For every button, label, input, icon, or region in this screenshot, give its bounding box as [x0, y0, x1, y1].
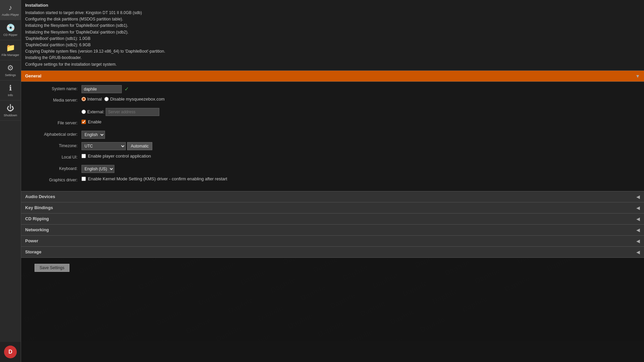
networking-section-header[interactable]: Networking ◀	[21, 225, 644, 236]
media-server-control: Internal Disable mysqueezebox.com	[82, 97, 637, 102]
info-icon: ℹ	[9, 84, 12, 93]
media-server-internal-radio[interactable]	[82, 97, 86, 101]
sidebar-item-shutdown-label: Shutdown	[4, 114, 17, 117]
graphics-driver-label: Graphics driver:	[28, 176, 82, 182]
file-server-control: Enable	[82, 119, 637, 124]
power-arrow: ◀	[636, 238, 640, 244]
local-ui-checkbox-option[interactable]: Enable player control application	[82, 154, 151, 159]
log-line-5: 'DaphileData'-partition (sdb2): 6.9GB	[25, 42, 640, 48]
timezone-control: UTC America/New_York Europe/London Autom…	[82, 142, 637, 150]
media-server-disable-label: Disable mysqueezebox.com	[110, 97, 165, 102]
audio-devices-arrow: ◀	[636, 194, 640, 199]
installation-section: Installation Installation started to tar…	[21, 0, 644, 71]
media-server-disable-radio[interactable]	[104, 97, 109, 101]
power-title: Power	[25, 238, 38, 243]
file-server-row: File server: Enable	[28, 119, 637, 128]
graphics-driver-row: Graphics driver: Enable Kernel Mode Sett…	[28, 176, 637, 185]
sidebar-item-file-manager[interactable]: 📁 File Manager	[0, 40, 21, 60]
daphile-logo: D	[4, 346, 17, 358]
save-button-container: Save Settings	[21, 258, 644, 278]
sidebar: ♪ Audio Player 💿 CD Ripper 📁 File Manage…	[0, 0, 21, 362]
general-section-arrow: ▼	[635, 73, 640, 79]
system-name-control: ✓	[82, 85, 637, 93]
cd-ripping-arrow: ◀	[636, 216, 640, 222]
automatic-button[interactable]: Automatic	[127, 142, 152, 150]
media-server-radio-group: Internal Disable mysqueezebox.com	[82, 97, 165, 102]
general-form: System name: ✓ Media server: Internal	[21, 82, 644, 191]
sidebar-item-cd-ripper-label: CD Ripper	[3, 33, 17, 37]
log-line-0: Installation started to target drive: Ki…	[25, 10, 640, 16]
storage-section-header[interactable]: Storage ◀	[21, 247, 644, 258]
log-line-8: Configure settings for the installation …	[25, 61, 640, 68]
sidebar-item-settings[interactable]: ⚙ Settings	[0, 60, 21, 80]
general-section-title: General	[25, 73, 41, 78]
file-server-checkbox[interactable]	[82, 120, 86, 124]
installation-title: Installation	[25, 3, 640, 8]
settings-area: General ▼ System name: ✓ Media server:	[21, 71, 644, 362]
keyboard-row: Keyboard: English (US) English (UK) Germ…	[28, 165, 637, 174]
timezone-row: Timezone: UTC America/New_York Europe/Lo…	[28, 142, 637, 151]
audio-devices-section-header[interactable]: Audio Devices ◀	[21, 191, 644, 202]
system-name-row: System name: ✓	[28, 85, 637, 94]
graphics-driver-control: Enable Kernel Mode Setting (KMS) driver …	[82, 176, 637, 181]
general-section-header[interactable]: General ▼	[21, 71, 644, 82]
key-bindings-section-header[interactable]: Key Bindings ◀	[21, 202, 644, 214]
sidebar-item-file-manager-label: File Manager	[2, 53, 19, 57]
local-ui-control: Enable player control application	[82, 154, 637, 159]
file-server-checkbox-option[interactable]: Enable	[82, 119, 101, 124]
timezone-select[interactable]: UTC America/New_York Europe/London	[82, 142, 126, 150]
external-server-control: External:	[82, 108, 637, 116]
sidebar-logo: D	[0, 342, 21, 362]
external-server-row: External:	[28, 108, 637, 117]
shutdown-icon: ⏻	[7, 104, 14, 113]
alphabetical-order-row: Alphabetical order: English Default	[28, 131, 637, 139]
sidebar-item-cd-ripper[interactable]: 💿 CD Ripper	[0, 20, 21, 40]
alphabetical-order-select[interactable]: English Default	[82, 131, 105, 139]
external-server-input[interactable]	[106, 108, 159, 116]
timezone-label: Timezone:	[28, 142, 82, 148]
sidebar-item-settings-label: Settings	[5, 73, 16, 77]
main-content: Installation Installation started to tar…	[21, 0, 644, 362]
networking-arrow: ◀	[636, 227, 640, 233]
media-server-disable-option[interactable]: Disable mysqueezebox.com	[104, 97, 165, 102]
system-name-valid-icon: ✓	[124, 86, 129, 92]
audio-devices-title: Audio Devices	[25, 194, 55, 199]
power-section-header[interactable]: Power ◀	[21, 236, 644, 247]
system-name-input[interactable]	[82, 85, 122, 93]
media-server-row: Media server: Internal Disable mysqueeze…	[28, 97, 637, 105]
keyboard-label: Keyboard:	[28, 165, 82, 171]
graphics-driver-checkbox-option[interactable]: Enable Kernel Mode Setting (KMS) driver …	[82, 176, 227, 181]
media-server-label: Media server:	[28, 97, 82, 103]
file-manager-icon: 📁	[6, 44, 15, 52]
log-line-7: Installing the GRUB-bootloader.	[25, 55, 640, 61]
cd-ripping-section-header[interactable]: CD Ripping ◀	[21, 214, 644, 225]
media-server-internal-option[interactable]: Internal	[82, 97, 102, 102]
graphics-driver-checkbox[interactable]	[82, 177, 86, 181]
log-line-6: Copying Daphile system files (version 19…	[25, 48, 640, 55]
local-ui-row: Local UI: Enable player control applicat…	[28, 154, 637, 162]
file-server-checkbox-label: Enable	[88, 119, 101, 124]
graphics-driver-checkbox-label: Enable Kernel Mode Setting (KMS) driver …	[88, 176, 227, 181]
sidebar-item-audio-player[interactable]: ♪ Audio Player	[0, 0, 21, 20]
storage-arrow: ◀	[636, 249, 640, 255]
sidebar-item-shutdown[interactable]: ⏻ Shutdown	[0, 101, 21, 121]
cd-ripping-title: CD Ripping	[25, 216, 49, 221]
keyboard-select[interactable]: English (US) English (UK) German	[82, 165, 114, 173]
sidebar-item-info[interactable]: ℹ Info	[0, 80, 21, 101]
media-server-external-radio[interactable]	[82, 110, 86, 114]
sidebar-item-audio-player-label: Audio Player	[2, 13, 19, 17]
alphabetical-order-control: English Default	[82, 131, 637, 139]
cd-ripper-icon: 💿	[6, 23, 15, 32]
media-server-internal-label: Internal	[87, 97, 102, 102]
system-name-label: System name:	[28, 85, 82, 91]
settings-icon: ⚙	[7, 64, 14, 72]
local-ui-checkbox[interactable]	[82, 154, 86, 158]
file-server-label: File server:	[28, 119, 82, 125]
networking-title: Networking	[25, 227, 49, 232]
audio-player-icon: ♪	[9, 3, 12, 12]
log-line-2: Initializing the filesystem for 'Daphile…	[25, 22, 640, 29]
save-settings-button[interactable]: Save Settings	[35, 264, 69, 272]
external-server-label-empty	[28, 108, 82, 109]
log-line-4: 'DaphileBoot'-partition (sdb1): 1.0GB	[25, 36, 640, 42]
media-server-external-option[interactable]: External:	[82, 109, 104, 114]
